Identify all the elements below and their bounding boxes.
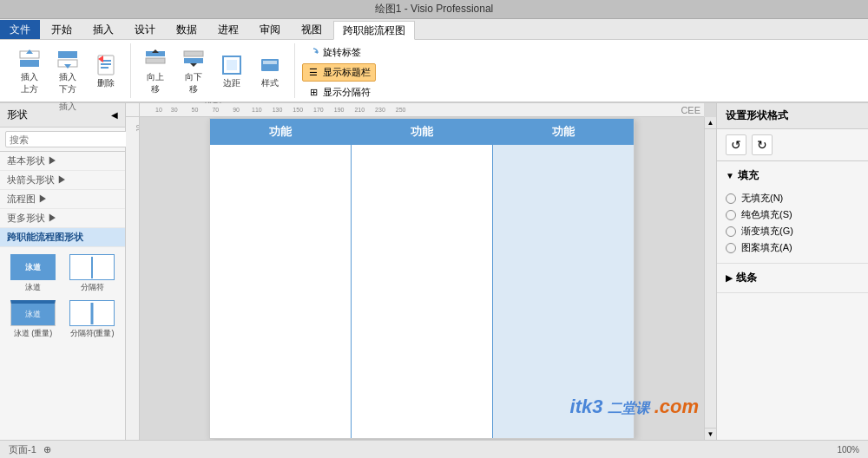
- delete-button[interactable]: 删除: [89, 49, 123, 93]
- lane-1[interactable]: 功能: [210, 119, 352, 438]
- tab-review[interactable]: 审阅: [250, 20, 290, 39]
- show-separator-button[interactable]: ⊞ 显示分隔符: [302, 83, 376, 101]
- scroll-right: ▲ ▼: [704, 117, 716, 440]
- insert-group-label: 插入: [59, 99, 76, 113]
- fill-option-gradient[interactable]: 渐变填充(G): [726, 223, 859, 239]
- tab-data[interactable]: 数据: [167, 20, 207, 39]
- insert-above-label: 插入上方: [21, 71, 38, 95]
- fill-radio-solid[interactable]: [726, 210, 736, 220]
- lane-3[interactable]: 功能: [493, 119, 634, 438]
- scroll-down-btn[interactable]: ▼: [705, 428, 717, 440]
- rotate-label-button[interactable]: 旋转标签: [302, 43, 376, 62]
- lane-1-body[interactable]: [210, 145, 351, 438]
- watermark-text3: .com: [654, 396, 699, 417]
- canvas-content[interactable]: 功能 功能 功能: [140, 117, 704, 440]
- line-section-header[interactable]: ▶ 线条: [726, 267, 859, 289]
- ribbon-content: 插入上方 插入下方: [0, 40, 868, 102]
- svg-rect-14: [184, 51, 203, 56]
- ribbon: 文件 开始 插入 设计 数据 进程 审阅 视图 跨职能流程图: [0, 19, 868, 103]
- shape-lane-heavy[interactable]: 泳道 泳道 (重量): [5, 298, 61, 341]
- show-separator-text: 显示分隔符: [323, 86, 371, 99]
- insert-below-button[interactable]: 插入下方: [50, 43, 85, 99]
- style-button[interactable]: 样式: [253, 49, 287, 93]
- tab-process[interactable]: 进程: [208, 20, 248, 39]
- svg-marker-21: [314, 50, 318, 54]
- insert-above-button[interactable]: 插入上方: [12, 43, 47, 99]
- tab-view[interactable]: 视图: [292, 20, 332, 39]
- category-basic[interactable]: 基本形状 ▶: [0, 152, 125, 171]
- fill-section: ▼ 填充 无填充(N) 纯色填充(S) 渐变填充(G) 图案填: [717, 161, 868, 264]
- svg-rect-20: [263, 61, 277, 64]
- right-panel: 设置形状格式 ↺ ↻ ▼ 填充 无填充(N) 纯色填充(S): [716, 103, 868, 440]
- shape-separator[interactable]: 分隔符: [64, 252, 120, 295]
- rotate-icon: [307, 47, 319, 59]
- canvas-area[interactable]: 10 30 50 70 90 110 130 150 170 190 210 2…: [126, 103, 716, 440]
- diagram[interactable]: 功能 功能 功能: [209, 118, 635, 439]
- fill-option-none[interactable]: 无填充(N): [726, 190, 859, 206]
- fill-solid-label: 纯色填充(S): [741, 208, 792, 221]
- watermark: itk3 二堂课 .com: [570, 396, 699, 418]
- tab-design[interactable]: 设计: [125, 20, 165, 39]
- design-group-content: 旋转标签 ☰ 显示标题栏 ⊞ 显示分隔符: [302, 43, 376, 101]
- arrange-group-content: 向上移 向下移: [138, 43, 287, 99]
- svg-rect-12: [146, 58, 165, 63]
- lane-3-body[interactable]: [493, 145, 634, 438]
- separator-heavy-label: 分隔符(重量): [70, 328, 115, 339]
- tab-file[interactable]: 文件: [0, 20, 40, 39]
- search-bar: 🔍: [0, 128, 125, 152]
- category-swimlane[interactable]: 跨职能流程图形状: [0, 228, 125, 247]
- separator-thumb: [69, 254, 115, 280]
- line-label: 线条: [736, 271, 757, 285]
- scroll-up-btn[interactable]: ▲: [705, 117, 717, 129]
- collapse-icon[interactable]: ◀: [111, 110, 118, 120]
- margin-label: 边距: [223, 77, 240, 89]
- fill-option-pattern[interactable]: 图案填充(A): [726, 239, 859, 256]
- fill-section-header[interactable]: ▼ 填充: [726, 165, 859, 186]
- insert-below-label: 插入下方: [59, 71, 76, 95]
- margin-button[interactable]: 边距: [214, 49, 249, 93]
- lane-2-body[interactable]: [352, 145, 492, 438]
- zoom-level: 100%: [837, 445, 859, 455]
- undo-button[interactable]: ↺: [726, 134, 746, 155]
- fill-options: 无填充(N) 纯色填充(S) 渐变填充(G) 图案填充(A): [726, 186, 859, 259]
- shape-items: 泳道 泳道 分隔符 泳道 泳道 (重量): [0, 247, 125, 346]
- category-more[interactable]: 更多形状 ▶: [0, 209, 125, 228]
- style-icon: [258, 53, 282, 77]
- move-down-label: 向下移: [185, 71, 202, 95]
- ribbon-group-design: 旋转标签 ☰ 显示标题栏 ⊞ 显示分隔符 设计: [295, 43, 383, 98]
- lane-1-header: 功能: [210, 119, 351, 145]
- cee-label: CEE: [681, 105, 700, 115]
- lane-heavy-label: 泳道 (重量): [14, 328, 53, 339]
- move-down-button[interactable]: 向下移: [176, 43, 211, 99]
- separator-heavy-thumb: [69, 300, 115, 326]
- ribbon-group-arrange: 向上移 向下移: [131, 43, 295, 98]
- page-label: 页面-1: [9, 443, 36, 456]
- redo-button[interactable]: ↻: [752, 134, 773, 155]
- insert-group-content: 插入上方 插入下方: [12, 43, 123, 99]
- show-titlebar-text: 显示标题栏: [323, 66, 371, 79]
- category-flowchart[interactable]: 流程图 ▶: [0, 190, 125, 209]
- tab-crossfunc[interactable]: 跨职能流程图: [333, 21, 415, 40]
- fill-radio-none[interactable]: [726, 193, 736, 204]
- svg-rect-15: [184, 58, 203, 63]
- lane-2[interactable]: 功能: [352, 119, 493, 438]
- move-up-button[interactable]: 向上移: [138, 43, 173, 99]
- main-area: 形状 ◀ 🔍 基本形状 ▶ 块箭头形状 ▶ 流程图 ▶ 更多形状 ▶ 跨职能流程…: [0, 103, 868, 440]
- ruler-top: 10 30 50 70 90 110 130 150 170 190 210 2…: [140, 103, 704, 117]
- insert-above-icon: [17, 47, 42, 71]
- fill-none-label: 无填充(N): [741, 192, 783, 205]
- tab-insert[interactable]: 插入: [83, 20, 123, 39]
- show-titlebar-button[interactable]: ☰ 显示标题栏: [302, 63, 376, 82]
- fill-option-solid[interactable]: 纯色填充(S): [726, 206, 859, 223]
- category-blockarrows[interactable]: 块箭头形状 ▶: [0, 171, 125, 190]
- shape-lane[interactable]: 泳道 泳道: [5, 252, 61, 295]
- tab-start[interactable]: 开始: [42, 20, 82, 39]
- fill-pattern-label: 图案填充(A): [741, 241, 792, 254]
- fill-radio-gradient[interactable]: [726, 226, 736, 237]
- left-panel: 形状 ◀ 🔍 基本形状 ▶ 块箭头形状 ▶ 流程图 ▶ 更多形状 ▶ 跨职能流程…: [0, 103, 126, 440]
- shapes-title: 形状: [7, 108, 28, 122]
- add-page-btn[interactable]: ⊕: [43, 444, 51, 455]
- fill-radio-pattern[interactable]: [726, 243, 736, 253]
- shape-separator-heavy[interactable]: 分隔符(重量): [64, 298, 120, 341]
- search-input[interactable]: [5, 131, 134, 147]
